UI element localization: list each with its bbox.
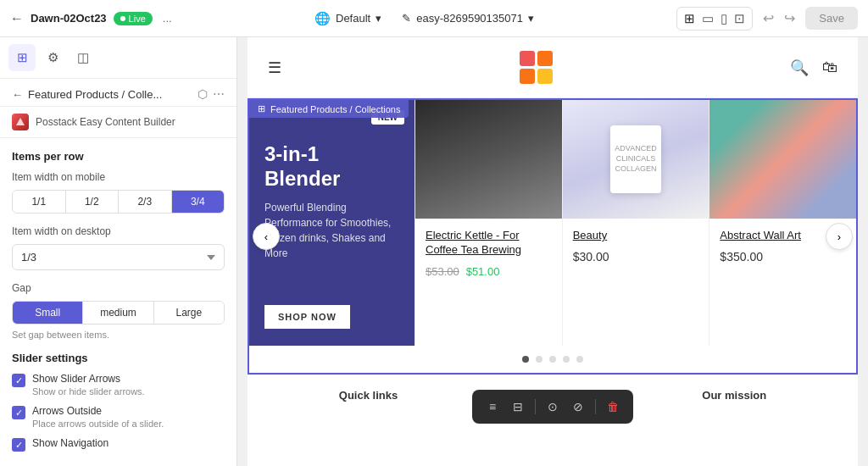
product-price-2: $30.00 — [573, 250, 699, 264]
slider-settings-title: Slider settings — [12, 352, 225, 364]
dot-2[interactable] — [536, 356, 542, 363]
gap-section: Gap Small medium Large Set gap between i… — [12, 282, 225, 340]
arrows-outside-checkbox[interactable]: ✓ — [12, 406, 25, 419]
topbar: ← Dawn-02Oct23 Live ... 🌐 Default ▾ ✎ ea… — [0, 0, 868, 37]
show-slider-arrows-row: ✓ Show Slider Arrows Show or hide slider… — [12, 373, 225, 397]
breadcrumb: ← Featured Products / Colle... ⬡ ⋯ — [0, 79, 236, 107]
toolbar-delete[interactable]: 🗑 — [601, 395, 625, 419]
hamburger-icon[interactable]: ☰ — [268, 58, 281, 77]
dot-5[interactable] — [576, 356, 583, 363]
desktop-icon[interactable]: ⊞ — [684, 11, 695, 26]
show-navigation-content: Show Navigation — [32, 437, 108, 449]
canvas: ☰ 🔍 🛍 ⊞ — [237, 37, 868, 466]
gap-label: Gap — [12, 282, 225, 294]
gap-small[interactable]: Small — [13, 302, 83, 324]
products-wrapper: NEW 3-in-1 Blender Powerful Blending Per… — [249, 100, 856, 346]
sidebar-nav-apps[interactable]: ◫ — [70, 44, 97, 71]
logo-sq3 — [520, 69, 535, 84]
save-button[interactable]: Save — [805, 7, 858, 30]
shop-now-button[interactable]: SHOP NOW — [264, 305, 350, 329]
tablet-icon[interactable]: ▭ — [702, 11, 714, 26]
product-info-2: Beauty $30.00 — [563, 219, 709, 274]
toolbar-divider-2 — [595, 399, 596, 414]
live-badge: Live — [114, 12, 153, 25]
store-header: ☰ 🔍 🛍 — [248, 37, 858, 98]
plugin-icon — [12, 114, 29, 130]
redo-button[interactable]: ↪ — [781, 7, 798, 30]
undo-button[interactable]: ↩ — [760, 7, 777, 30]
dot-3[interactable] — [549, 356, 556, 363]
checkmark-icon-2: ✓ — [15, 408, 23, 419]
mobile-1-2[interactable]: 1/2 — [66, 191, 120, 213]
show-slider-arrows-content: Show Slider Arrows Show or hide slider a… — [32, 373, 145, 397]
device-icons: ⊞ ▭ ▯ ⊡ — [676, 7, 753, 31]
arrows-outside-desc: Place arrows outside of a slider. — [32, 419, 164, 429]
arrows-outside-label: Arrows Outside — [32, 405, 164, 417]
product-price-1: $53.00 $51.00 — [426, 264, 552, 278]
show-slider-arrows-desc: Show or hide slider arrows. — [32, 386, 145, 397]
toolbar-copy[interactable]: ⊙ — [541, 395, 565, 419]
topbar-left: ← Dawn-02Oct23 Live ... — [10, 11, 172, 26]
show-slider-arrows-checkbox[interactable]: ✓ — [12, 374, 25, 387]
hero-product: NEW 3-in-1 Blender Powerful Blending Per… — [249, 100, 415, 346]
mobile-1-1[interactable]: 1/1 — [13, 191, 66, 213]
breadcrumb-back-icon[interactable]: ← — [12, 88, 23, 101]
sidebar: ⊞ ⚙ ◫ ← Featured Products / Colle... ⬡ ⋯… — [0, 37, 237, 466]
link-dropdown[interactable]: ✎ easy-8269590135071 ▾ — [402, 12, 534, 25]
gap-large[interactable]: Large — [154, 302, 224, 324]
custom-icon[interactable]: ⊡ — [734, 11, 745, 26]
more-options-icon[interactable]: ⋯ — [213, 87, 225, 101]
logo-sq2 — [537, 51, 553, 66]
dot-4[interactable] — [563, 356, 570, 363]
gap-medium[interactable]: medium — [83, 302, 153, 324]
product-title-1[interactable]: Electric Kettle - For Coffee Tea Brewing — [426, 229, 552, 258]
search-icon[interactable]: 🔍 — [790, 58, 809, 77]
featured-label: ⊞ Featured Products / Collections — [249, 100, 409, 118]
items-per-row-label: Items per row — [12, 150, 225, 163]
mobile-icon[interactable]: ▯ — [721, 11, 727, 26]
arrows-outside-row: ✓ Arrows Outside Place arrows outside of… — [12, 405, 225, 429]
original-price-1: $53.00 — [426, 265, 459, 278]
products-section[interactable]: ⊞ Featured Products / Collections ‹ NEW … — [248, 98, 858, 374]
mobile-2-3[interactable]: 2/3 — [119, 191, 172, 213]
item-width-mobile-label: Item width on mobile — [12, 171, 225, 183]
slider-arrow-right[interactable]: › — [826, 223, 853, 250]
globe-icon: 🌐 — [314, 11, 331, 26]
back-icon[interactable]: ← — [10, 11, 24, 26]
dot-1[interactable] — [522, 356, 529, 363]
breadcrumb-text: Featured Products / Colle... — [28, 88, 192, 101]
canvas-inner: ☰ 🔍 🛍 ⊞ — [248, 37, 858, 466]
desktop-width-select[interactable]: 1/3 1/2 1/4 — [12, 244, 225, 270]
dots-menu[interactable]: ... — [163, 12, 172, 25]
topbar-right: ⊞ ▭ ▯ ⊡ ↩ ↪ Save — [676, 7, 858, 31]
mobile-3-4[interactable]: 3/4 — [172, 191, 225, 213]
undo-redo: ↩ ↪ — [760, 7, 798, 30]
toolbar-unlink[interactable]: ⊘ — [566, 395, 590, 419]
product-card-2: ADVANCEDCLINICALSCOLLAGEN Beauty $30.00 — [562, 100, 709, 346]
plugin-row: Posstack Easy Content Builder — [0, 107, 236, 138]
chevron-right-icon: › — [837, 230, 841, 243]
sidebar-nav-sections[interactable]: ⊞ — [8, 44, 36, 71]
slider-arrow-left[interactable]: ‹ — [253, 223, 280, 250]
product-img-2: ADVANCEDCLINICALSCOLLAGEN — [563, 100, 709, 219]
hero-desc: Powerful Blending Performance for Smooth… — [264, 200, 399, 261]
sidebar-nav-settings[interactable]: ⚙ — [39, 44, 66, 71]
mobile-width-group: 1/1 1/2 2/3 3/4 — [12, 190, 225, 214]
product-info-1: Electric Kettle - For Coffee Tea Brewing… — [415, 219, 562, 288]
toolbar-align-center[interactable]: ⊟ — [506, 395, 530, 419]
cart-icon[interactable]: 🛍 — [822, 58, 837, 76]
hero-title: 3-in-1 Blender — [264, 142, 399, 191]
footer-our-mission: Our mission — [702, 389, 766, 402]
toolbar-align-left[interactable]: ≡ — [481, 395, 504, 419]
checkmark-icon-3: ✓ — [15, 440, 23, 451]
show-navigation-checkbox[interactable]: ✓ — [12, 438, 25, 452]
store-name: Dawn-02Oct23 — [31, 12, 107, 25]
product-title-2[interactable]: Beauty — [573, 229, 699, 243]
show-navigation-label: Show Navigation — [32, 437, 108, 449]
default-dropdown[interactable]: 🌐 Default ▾ — [314, 11, 381, 26]
store-header-icons: 🔍 🛍 — [790, 58, 837, 77]
save-template-icon[interactable]: ⬡ — [198, 87, 208, 101]
store-logo — [520, 51, 553, 84]
slider-settings: Slider settings ✓ Show Slider Arrows Sho… — [12, 352, 225, 452]
footer-quick-links: Quick links — [339, 389, 398, 402]
